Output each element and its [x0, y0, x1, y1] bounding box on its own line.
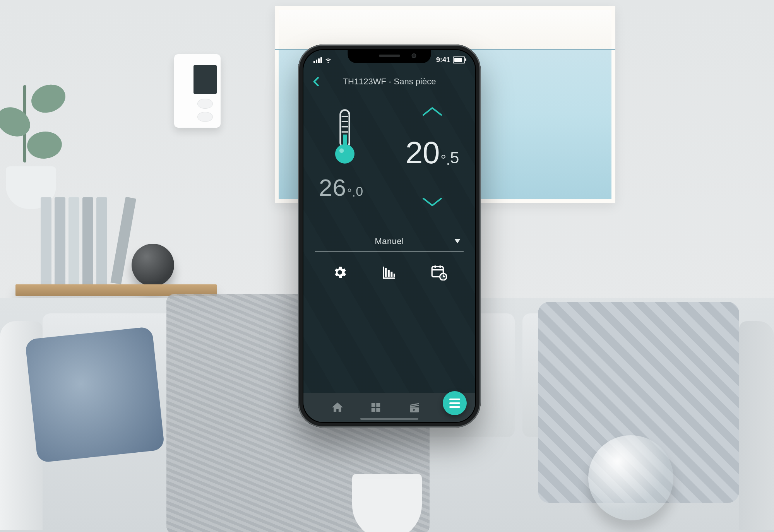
- home-indicator: [360, 418, 418, 420]
- increase-temperature-button[interactable]: [419, 103, 446, 119]
- svg-rect-20: [376, 408, 380, 412]
- status-time: 9:41: [436, 56, 450, 64]
- page-title: TH1123WF - Sans pièce: [343, 77, 436, 87]
- battery-icon: [453, 56, 465, 63]
- bookshelf-books: [41, 197, 121, 284]
- schedule-button[interactable]: [430, 263, 448, 281]
- thermometer-icon: [331, 109, 358, 167]
- back-button[interactable]: [310, 75, 324, 89]
- set-temp-whole: 20: [406, 135, 440, 171]
- app-screen: 9:41 TH1123WF - Sans pièce: [303, 50, 475, 422]
- table-pot: [352, 474, 422, 532]
- tab-scenes[interactable]: [406, 399, 423, 416]
- current-temp-decimal: 0: [356, 184, 363, 199]
- current-temperature: 26 °. 0: [319, 174, 363, 201]
- set-temp-decimal: 5: [450, 149, 459, 167]
- tab-grid[interactable]: [367, 399, 384, 416]
- svg-rect-17: [372, 403, 375, 407]
- svg-rect-11: [394, 274, 395, 277]
- svg-rect-19: [372, 408, 375, 412]
- svg-rect-10: [390, 272, 392, 277]
- phone-notch: [348, 50, 431, 63]
- setpoint-temperature: 20 °. 5: [389, 135, 475, 171]
- svg-rect-18: [376, 403, 380, 407]
- nav-header: TH1123WF - Sans pièce: [303, 70, 475, 93]
- cellular-signal-icon: [313, 57, 322, 63]
- mode-selector[interactable]: Manuel: [315, 232, 464, 251]
- tab-home[interactable]: [329, 399, 346, 416]
- wall-thermostat-device: [174, 54, 221, 128]
- settings-button[interactable]: [331, 263, 349, 281]
- svg-rect-9: [388, 270, 390, 277]
- decrease-temperature-button[interactable]: [419, 194, 446, 209]
- dropdown-caret-icon: [454, 239, 461, 243]
- degree-symbol: °.: [441, 152, 450, 168]
- mode-label: Manuel: [375, 236, 404, 246]
- glass-ball: [588, 435, 673, 520]
- decor-sphere: [132, 244, 174, 286]
- svg-point-6: [335, 144, 354, 164]
- svg-rect-8: [385, 268, 387, 277]
- action-row: [315, 259, 464, 286]
- current-temp-whole: 26: [319, 174, 346, 201]
- phone-frame: 9:41 TH1123WF - Sans pièce: [298, 44, 481, 428]
- pillow-left: [25, 327, 165, 463]
- stats-button[interactable]: [380, 263, 398, 281]
- degree-symbol: °.: [347, 186, 356, 199]
- svg-point-7: [339, 149, 344, 153]
- menu-fab-button[interactable]: [443, 391, 467, 415]
- hamburger-icon: [449, 399, 460, 408]
- wifi-icon: [325, 56, 332, 63]
